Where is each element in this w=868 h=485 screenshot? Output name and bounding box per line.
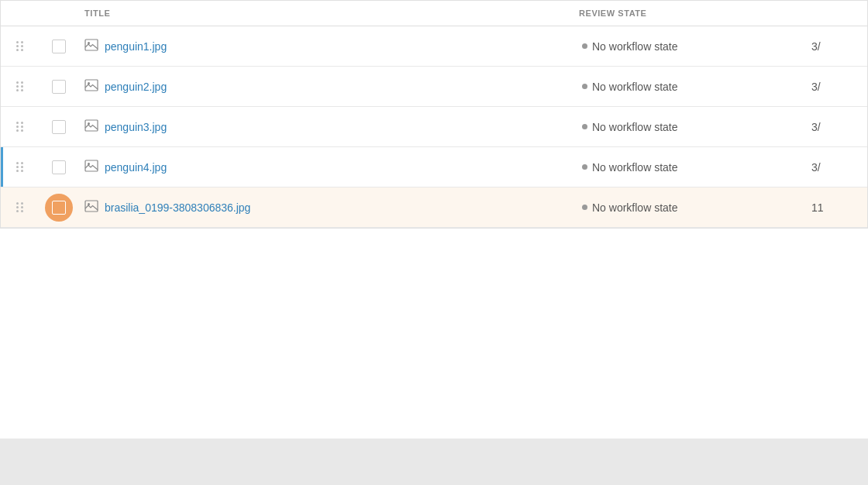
checkbox-cell[interactable] [40, 80, 78, 94]
table-row-selected: brasilia_0199-3808306836.jpg No workflow… [1, 187, 867, 228]
row-accent-bar [1, 147, 3, 187]
col-date [805, 5, 867, 21]
drag-handle[interactable] [1, 81, 40, 91]
table-row: penguin3.jpg No workflow state 3/ [1, 107, 867, 147]
state-dot [582, 43, 587, 49]
checkbox-cell[interactable] [40, 160, 78, 174]
table-row: penguin4.jpg No workflow state 3/ [1, 147, 867, 187]
drag-handle[interactable] [1, 41, 40, 51]
title-cell: brasilia_0199-3808306836.jpg [78, 199, 573, 216]
title-cell: penguin4.jpg [78, 159, 573, 176]
title-cell: penguin2.jpg [78, 78, 573, 95]
state-dot [582, 84, 587, 89]
col-review-state: REVIEW STATE [573, 5, 805, 21]
col-drag [1, 5, 40, 21]
row-checkbox[interactable] [52, 120, 66, 134]
col-checkbox [40, 5, 78, 21]
table-header: TITLE REVIEW STATE [1, 1, 867, 26]
row-checkbox[interactable] [52, 40, 66, 53]
drag-handle[interactable] [1, 202, 40, 212]
date-cell: 3/ [805, 40, 867, 53]
file-name-link[interactable]: brasilia_0199-3808306836.jpg [105, 201, 250, 214]
drag-dots-icon [16, 81, 24, 91]
review-state-cell: No workflow state [573, 81, 805, 93]
col-title: TITLE [78, 5, 573, 21]
date-cell: 3/ [805, 81, 867, 93]
svg-point-7 [88, 163, 90, 165]
table-row: penguin2.jpg No workflow state 3/ [1, 67, 867, 107]
image-icon [84, 78, 98, 95]
drag-handle[interactable] [1, 162, 40, 172]
date-cell: 11 [805, 201, 867, 214]
svg-point-5 [88, 122, 90, 125]
review-state-cell: No workflow state [573, 161, 805, 174]
file-table: TITLE REVIEW STATE [0, 0, 868, 229]
review-state-cell: No workflow state [573, 201, 805, 214]
drag-dots-icon [16, 202, 24, 212]
drag-dots-icon [16, 122, 24, 132]
state-text: No workflow state [592, 161, 677, 174]
svg-point-1 [88, 42, 90, 44]
drag-handle[interactable] [1, 122, 40, 132]
table-row: penguin1.jpg No workflow state 3/ [1, 26, 867, 67]
svg-point-3 [88, 82, 90, 84]
state-dot [582, 164, 587, 170]
title-cell: penguin1.jpg [78, 38, 573, 55]
image-icon [84, 159, 98, 176]
empty-content-area [0, 229, 868, 439]
review-state-cell: No workflow state [573, 40, 805, 53]
file-name-link[interactable]: penguin3.jpg [105, 121, 167, 133]
checkbox-cell[interactable] [40, 194, 78, 222]
drag-dots-icon [16, 41, 24, 51]
svg-point-9 [88, 203, 90, 205]
state-dot [582, 124, 587, 129]
state-dot [582, 205, 587, 210]
footer-bar [0, 439, 868, 485]
date-cell: 3/ [805, 161, 867, 174]
date-cell: 3/ [805, 121, 867, 133]
selected-checkbox[interactable] [45, 194, 73, 222]
file-name-link[interactable]: penguin1.jpg [105, 40, 167, 53]
drag-dots-icon [16, 162, 24, 172]
image-icon [84, 199, 98, 216]
review-state-cell: No workflow state [573, 121, 805, 133]
row-checkbox[interactable] [52, 80, 66, 94]
state-text: No workflow state [592, 121, 677, 133]
checkbox-cell[interactable] [40, 120, 78, 134]
file-name-link[interactable]: penguin4.jpg [105, 161, 167, 174]
state-text: No workflow state [592, 40, 677, 53]
image-icon [84, 38, 98, 55]
checkbox-inner-icon [52, 201, 66, 215]
title-cell: penguin3.jpg [78, 119, 573, 136]
file-name-link[interactable]: penguin2.jpg [105, 81, 167, 93]
page-container: TITLE REVIEW STATE [0, 0, 868, 485]
image-icon [84, 119, 98, 136]
row-checkbox[interactable] [52, 160, 66, 174]
state-text: No workflow state [592, 201, 677, 214]
checkbox-cell[interactable] [40, 40, 78, 53]
state-text: No workflow state [592, 81, 677, 93]
